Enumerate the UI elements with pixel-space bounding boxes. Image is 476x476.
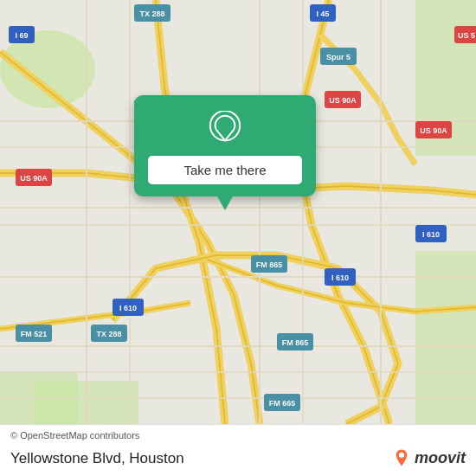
moovit-logo: moovit <box>392 448 466 467</box>
svg-text:I 45: I 45 <box>316 10 329 18</box>
svg-text:TX 288: TX 288 <box>139 10 164 18</box>
svg-text:I 610: I 610 <box>331 273 349 282</box>
navigation-popup: Take me there <box>134 95 316 196</box>
map-attribution: © OpenStreetMap contributors <box>10 430 139 441</box>
location-label: Yellowstone Blvd, Houston <box>10 450 184 467</box>
svg-text:US 90A: US 90A <box>420 126 447 135</box>
svg-text:FM 865: FM 865 <box>282 338 309 347</box>
svg-text:I 69: I 69 <box>15 31 28 40</box>
svg-text:FM 665: FM 665 <box>269 399 296 408</box>
location-pin-icon <box>207 111 243 147</box>
svg-text:Spur 5: Spur 5 <box>326 53 351 61</box>
svg-text:FM 865: FM 865 <box>256 261 283 269</box>
svg-text:US 90A: US 90A <box>20 174 48 183</box>
svg-text:TX 288: TX 288 <box>96 330 121 338</box>
moovit-pin-icon <box>392 448 411 467</box>
take-me-there-button[interactable]: Take me there <box>148 156 302 184</box>
svg-text:I 610: I 610 <box>422 230 440 239</box>
map-container: I 69 TX 288 TX 288 TX 288 I 45 Spur 5 US… <box>0 0 476 424</box>
svg-text:I 610: I 610 <box>119 304 137 312</box>
bottom-bar: © OpenStreetMap contributors Yellowstone… <box>0 424 476 476</box>
svg-text:US 90A: US 90A <box>329 96 357 105</box>
moovit-brand-text: moovit <box>415 449 466 467</box>
svg-text:US 5: US 5 <box>458 31 475 40</box>
svg-text:FM 521: FM 521 <box>21 330 48 338</box>
svg-point-58 <box>399 453 404 458</box>
